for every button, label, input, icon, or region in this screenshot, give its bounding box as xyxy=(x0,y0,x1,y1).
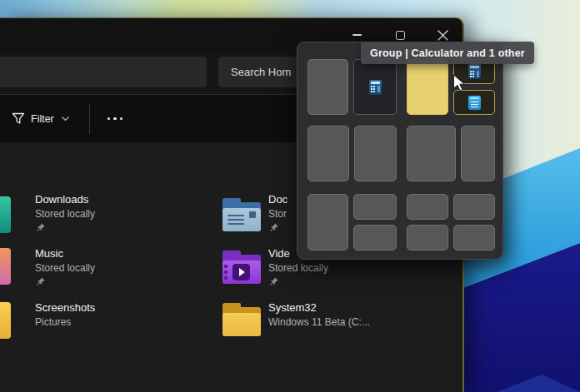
snap-group-tooltip: Group | Calculator and 1 other xyxy=(361,42,534,64)
toolbar-divider xyxy=(89,104,90,134)
item-detail: Stored locally xyxy=(35,208,222,221)
item-name: Screenshots xyxy=(35,301,222,315)
videos-folder-icon xyxy=(222,251,261,284)
snap-cell[interactable] xyxy=(407,225,448,251)
pin-icon xyxy=(35,277,45,287)
system32-folder-icon xyxy=(222,303,261,336)
snap-layout-quad-grid xyxy=(407,194,495,251)
item-detail: Pictures xyxy=(35,316,222,329)
snap-cell[interactable] xyxy=(353,225,397,251)
snap-cell-left[interactable] xyxy=(308,59,348,115)
snap-layout-two-equal-halves xyxy=(308,126,397,181)
address-bar[interactable] xyxy=(0,57,207,87)
item-detail: Stored locally xyxy=(268,262,456,275)
filter-funnel-icon xyxy=(12,112,25,125)
pin-icon xyxy=(35,223,45,233)
list-item[interactable]: System32 Windows 11 Beta (C:... xyxy=(268,301,456,329)
snap-cell[interactable] xyxy=(308,126,349,181)
downloads-folder-icon xyxy=(0,196,11,233)
snap-layout-half-plus-quarters-hovered xyxy=(407,59,495,115)
pin-icon xyxy=(268,223,278,233)
maximize-icon xyxy=(396,31,405,40)
close-icon xyxy=(438,30,448,41)
ellipsis-icon xyxy=(108,117,111,121)
item-name: Music xyxy=(35,247,222,261)
item-name: System32 xyxy=(268,301,456,315)
snap-cell[interactable] xyxy=(407,194,448,220)
play-icon xyxy=(239,268,245,276)
snap-cell[interactable] xyxy=(354,126,397,181)
calculator-icon xyxy=(369,80,382,95)
desktop: Search Hom Filter xyxy=(0,0,580,392)
item-detail: Stored locally xyxy=(35,262,222,275)
snap-layouts-flyout xyxy=(297,42,503,260)
list-item[interactable]: Downloads Stored locally xyxy=(35,193,222,236)
calculator-icon xyxy=(468,64,481,79)
snap-cell-bottom-right-notepad[interactable] xyxy=(453,90,495,115)
filter-label: Filter xyxy=(31,113,54,125)
chevron-down-icon xyxy=(62,117,69,122)
snap-cell[interactable] xyxy=(453,194,495,220)
item-detail: Windows 11 Beta (C:... xyxy=(268,316,456,329)
item-name: Downloads xyxy=(35,193,222,206)
notepad-icon xyxy=(468,96,481,110)
snap-layout-wide-left xyxy=(407,126,495,181)
snap-cell[interactable] xyxy=(407,126,456,181)
snap-cell[interactable] xyxy=(461,126,495,181)
screenshots-folder-icon xyxy=(0,302,11,339)
more-options-button[interactable] xyxy=(102,112,128,126)
snap-cell-left-highlighted[interactable] xyxy=(407,59,448,115)
filter-button[interactable]: Filter xyxy=(7,112,74,126)
pin-icon xyxy=(268,277,278,287)
snap-cell[interactable] xyxy=(453,225,495,251)
minimize-icon xyxy=(352,34,362,36)
list-item[interactable]: Music Stored locally xyxy=(35,247,222,290)
snap-cell-right-calculator[interactable] xyxy=(353,59,397,115)
music-folder-icon xyxy=(0,248,11,285)
snap-layout-half-plus-quarters xyxy=(308,194,397,251)
list-item[interactable]: Screenshots Pictures xyxy=(35,301,222,329)
snap-cell[interactable] xyxy=(308,194,348,251)
documents-folder-icon xyxy=(222,198,261,231)
snap-layout-two-halves xyxy=(308,59,397,115)
snap-cell[interactable] xyxy=(353,194,397,220)
